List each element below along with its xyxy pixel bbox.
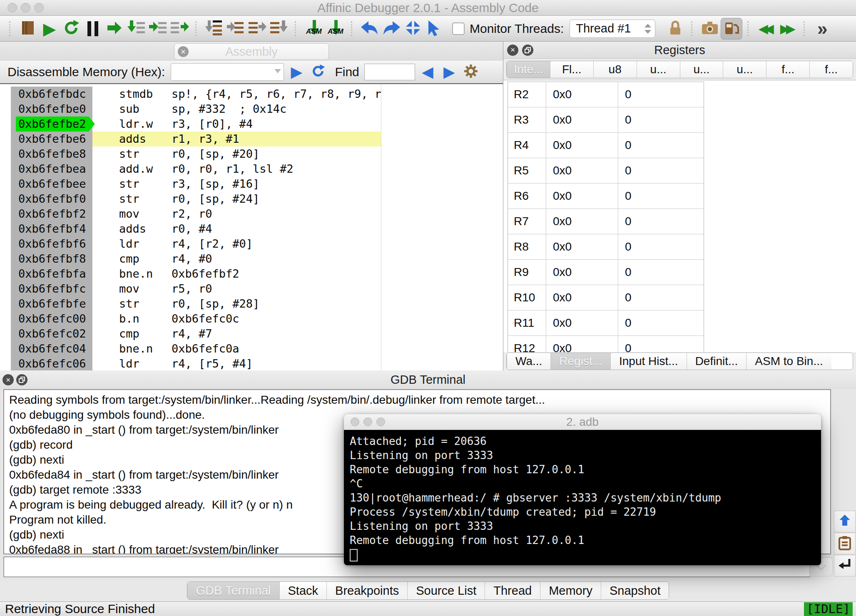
panel-close-icon[interactable]: × xyxy=(507,45,518,56)
instruction-step-out-button[interactable] xyxy=(246,18,268,40)
restart-button[interactable] xyxy=(60,18,82,40)
record-forward-button[interactable]: ▶▶ xyxy=(777,18,799,40)
asm-row[interactable]: 0xb6fefbe8 strr0, [sp, #20] xyxy=(11,147,503,161)
debug-session-button[interactable] xyxy=(721,18,742,40)
record-rewind-button[interactable]: ◀◀ xyxy=(755,18,777,40)
register-row[interactable]: R7 0x0 0 xyxy=(508,209,704,234)
register-type-tab[interactable]: f... xyxy=(766,61,809,78)
asm-address-gutter[interactable]: 0xb6fefbfe xyxy=(11,296,92,311)
register-row[interactable]: R4 0x0 0 xyxy=(508,133,704,158)
panel-undock-icon[interactable] xyxy=(522,45,533,56)
disassemble-address-combo[interactable] xyxy=(171,63,284,81)
snapshot-camera-button[interactable] xyxy=(699,18,721,40)
center-on-pc-button[interactable] xyxy=(402,18,424,40)
asm-row[interactable]: 0xb6fefbf4 addsr0, #4 xyxy=(11,221,503,236)
asm-address-gutter[interactable]: 0xb6fefbe0 xyxy=(11,102,92,117)
asm-step-over-button[interactable]: ASM xyxy=(324,18,346,40)
register-type-tab[interactable]: u... xyxy=(723,61,766,78)
adb-terminal-output[interactable]: Attached; pid = 20636Listening on port 3… xyxy=(344,430,821,565)
asm-address-gutter[interactable]: 0xb6fefbf4 xyxy=(11,221,92,236)
tab-assembly[interactable]: × Assembly xyxy=(174,43,329,60)
asm-row[interactable]: 0xb6fefbfe strr0, [sp, #28] xyxy=(11,296,503,311)
asm-row[interactable]: 0xb6fefbe0 subsp, #332 ; 0x14c xyxy=(11,102,503,117)
pause-button[interactable] xyxy=(82,18,104,40)
register-row[interactable]: R3 0x0 0 xyxy=(508,107,704,133)
find-previous-button[interactable]: ◀ xyxy=(418,62,437,82)
instruction-step-over-button[interactable] xyxy=(225,18,246,40)
register-row[interactable]: R9 0x0 0 xyxy=(508,260,704,285)
find-input[interactable] xyxy=(364,64,415,80)
bottom-panel-tab[interactable]: Breakpoints xyxy=(326,582,407,599)
bottom-panel-tab[interactable]: Stack xyxy=(279,582,327,599)
thread-select[interactable]: Thread #1 xyxy=(570,20,655,38)
step-out-button[interactable] xyxy=(169,18,190,40)
asm-row[interactable]: 0xb6fefc00 b.n0xb6fefc0c xyxy=(11,311,503,326)
instruction-step-into-button[interactable] xyxy=(203,18,225,40)
step-into-button[interactable] xyxy=(125,18,147,40)
asm-address-gutter[interactable]: 0xb6fefbf0 xyxy=(11,191,92,206)
find-settings-button[interactable] xyxy=(462,62,480,82)
bottom-panel-tab[interactable]: GDB Terminal xyxy=(187,582,279,599)
monitor-threads-checkbox[interactable] xyxy=(452,22,465,35)
navigate-back-button[interactable] xyxy=(359,18,381,40)
send-command-button[interactable] xyxy=(834,511,856,532)
panel-close-icon[interactable]: × xyxy=(2,374,14,385)
enter-command-button[interactable] xyxy=(834,555,856,576)
run-button[interactable]: ▶ xyxy=(39,18,60,40)
disassemble-refresh-button[interactable] xyxy=(309,62,327,82)
asm-row[interactable]: 0xb6fefc02 cmpr4, #7 xyxy=(11,326,503,341)
asm-address-gutter[interactable]: 0xb6fefbe2 xyxy=(11,117,92,132)
panel-undock-icon[interactable] xyxy=(16,374,27,385)
register-type-tab[interactable]: u... xyxy=(680,61,723,78)
register-row[interactable]: R8 0x0 0 xyxy=(508,234,704,260)
asm-address-gutter[interactable]: 0xb6fefc06 xyxy=(11,356,92,370)
register-row[interactable]: R6 0x0 0 xyxy=(508,184,704,209)
instruction-run-to-button[interactable] xyxy=(268,18,290,40)
close-icon[interactable]: × xyxy=(178,46,189,57)
find-next-button[interactable]: ▶ xyxy=(440,62,458,82)
asm-address-gutter[interactable]: 0xb6fefc00 xyxy=(11,311,92,326)
asm-row[interactable]: 0xb6fefbf8 cmpr4, #0 xyxy=(11,251,503,266)
bottom-panel-tab[interactable]: Memory xyxy=(540,582,601,599)
toolbar-overflow-button[interactable]: » xyxy=(811,18,833,40)
register-type-tab[interactable]: Inte... xyxy=(507,61,550,78)
bottom-panel-tab[interactable]: Source List xyxy=(407,582,485,599)
asm-address-gutter[interactable]: 0xb6fefbfa xyxy=(11,266,92,281)
adb-terminal-window[interactable]: 2. adb Attached; pid = 20636Listening on… xyxy=(344,414,821,565)
register-type-tab[interactable]: u... xyxy=(637,61,680,78)
asm-address-gutter[interactable]: 0xb6fefc04 xyxy=(11,341,92,356)
lock-button[interactable] xyxy=(664,18,686,40)
asm-address-gutter[interactable]: 0xb6fefc02 xyxy=(11,326,92,341)
asm-address-gutter[interactable]: 0xb6fefbf2 xyxy=(11,206,92,221)
thread-select-stepper[interactable] xyxy=(642,20,654,37)
asm-row[interactable]: 0xb6fefbf6 ldrr4, [r2, #0] xyxy=(11,236,503,251)
asm-row[interactable]: 0xb6fefbea add.wr0, r0, r1, lsl #2 xyxy=(11,161,503,176)
register-view-tab[interactable]: Wa... xyxy=(507,353,550,370)
asm-row[interactable]: 0xb6fefbee strr3, [sp, #16] xyxy=(11,176,503,191)
asm-row[interactable]: 0xb6fefbfa bne.n0xb6fefbf2 xyxy=(11,266,503,281)
asm-address-gutter[interactable]: 0xb6fefbdc xyxy=(11,87,92,102)
register-type-tab[interactable]: Fl... xyxy=(550,61,593,78)
register-row[interactable]: R12 0x0 0 xyxy=(508,336,704,352)
jump-to-cursor-button[interactable] xyxy=(424,18,445,40)
asm-row[interactable]: 0xb6fefbe6 addsr1, r3, #1 xyxy=(11,132,503,147)
bottom-panel-tab[interactable]: Snapshot xyxy=(601,582,669,599)
register-type-tab[interactable]: f... xyxy=(809,61,853,78)
register-row[interactable]: R10 0x0 0 xyxy=(508,285,704,310)
copy-log-button[interactable] xyxy=(834,533,856,554)
asm-address-gutter[interactable]: 0xb6fefbe6 xyxy=(11,132,92,147)
asm-row[interactable]: 0xb6fefc04 bne.n0xb6fefc0a xyxy=(11,341,503,356)
navigate-forward-button[interactable] xyxy=(381,18,402,40)
register-row[interactable]: R5 0x0 0 xyxy=(508,158,704,184)
step-over-button[interactable] xyxy=(147,18,169,40)
bottom-panel-tab[interactable]: Thread xyxy=(485,582,540,599)
register-view-tab[interactable]: ASM to Bin... xyxy=(746,353,831,370)
asm-row[interactable]: 0xb6fefbe2 ldr.wr3, [r0], #4 xyxy=(11,117,503,132)
asm-address-gutter[interactable]: 0xb6fefbee xyxy=(11,176,92,191)
continue-button[interactable] xyxy=(104,18,125,40)
register-row[interactable]: R11 0x0 0 xyxy=(508,310,704,336)
asm-row[interactable]: 0xb6fefbf0 strr0, [sp, #24] xyxy=(11,191,503,206)
asm-row[interactable]: 0xb6fefbdc stmdbsp!, {r4, r5, r6, r7, r8… xyxy=(11,87,503,102)
asm-address-gutter[interactable]: 0xb6fefbf8 xyxy=(11,251,92,266)
asm-address-gutter[interactable]: 0xb6fefbfc xyxy=(11,281,92,296)
